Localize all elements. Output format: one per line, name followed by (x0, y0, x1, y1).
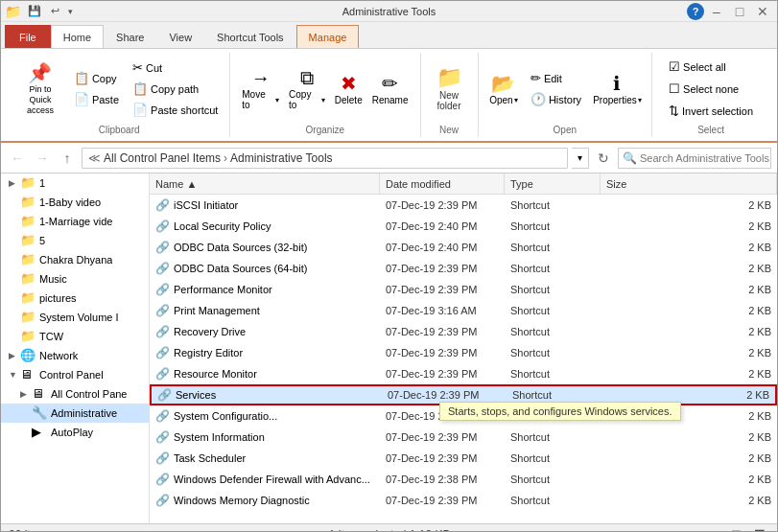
open-button[interactable]: 📂 Open ▾ (484, 68, 523, 109)
rename-button[interactable]: ✏ Rename (368, 68, 413, 109)
file-row-sysinfo[interactable]: 🔗System Information 07-Dec-19 2:39 PM Sh… (150, 427, 777, 448)
edit-button[interactable]: ✏ Edit (525, 68, 587, 88)
sidebar-item-5[interactable]: 📁 5 (1, 231, 149, 250)
folder-icon-marriage: 📁 (20, 214, 35, 229)
sidebar-item-autoplay[interactable]: ▶ AutoPlay (1, 423, 149, 442)
sidebar-item-admintools[interactable]: 🔧 Administrative (1, 404, 149, 423)
maximize-button[interactable]: □ (729, 3, 750, 20)
list-view-button[interactable]: ☰ (750, 526, 769, 533)
address-dropdown[interactable]: ▾ (572, 148, 589, 169)
paste-button[interactable]: 📄 Paste (68, 89, 125, 109)
file-type-odbc32: Shortcut (505, 242, 601, 253)
move-to-button[interactable]: → Move to ▾ (238, 63, 283, 114)
file-row-recovery[interactable]: 🔗Recovery Drive 07-Dec-19 2:39 PM Shortc… (150, 321, 777, 342)
file-row-perfmon[interactable]: 🔗Performance Monitor 07-Dec-19 2:39 PM S… (150, 279, 777, 300)
delete-button[interactable]: ✖ Delete (331, 68, 366, 109)
select-none-button[interactable]: ☐ Select none (663, 79, 759, 99)
address-bar: ← → ↑ ≪ All Control Panel Items › Admini… (1, 143, 777, 173)
file-row-wdfirewall[interactable]: 🔗Windows Defender Firewall with Advanc..… (150, 469, 777, 490)
sidebar-item-controlpanel[interactable]: ▶ 🖥 All Control Pane (1, 384, 149, 404)
file-row-winmemdiag[interactable]: 🔗Windows Memory Diagnostic 07-Dec-19 2:3… (150, 490, 777, 511)
file-type-iscsi: Shortcut (505, 199, 601, 211)
tab-home[interactable]: Home (51, 25, 104, 48)
file-date-sysinfo: 07-Dec-19 2:39 PM (380, 431, 505, 443)
file-size-localsec: 2 KB (601, 220, 777, 232)
select-all-button[interactable]: ☑ Select all (663, 57, 759, 77)
file-row-resmon[interactable]: 🔗Resource Monitor 07-Dec-19 2:39 PM Shor… (150, 363, 777, 384)
sidebar-item-chakra[interactable]: 📁 Chakra Dhyana (1, 250, 149, 269)
invert-selection-button[interactable]: ⇅ Invert selection (663, 101, 759, 121)
path-item-admin-tools[interactable]: Administrative Tools (230, 151, 333, 165)
paste-label: Paste (92, 94, 119, 105)
help-button[interactable]: ? (687, 3, 704, 20)
tab-view[interactable]: View (156, 25, 204, 48)
open-col: ✏ Edit 🕐 History (525, 68, 587, 109)
path-item-control-panel[interactable]: All Control Panel Items (104, 151, 221, 165)
header-date[interactable]: Date modified (380, 173, 505, 194)
copy-button[interactable]: 📋 Copy (68, 68, 125, 88)
tab-file[interactable]: File (5, 25, 51, 48)
sidebar-item-music[interactable]: 📁 Music (1, 269, 149, 289)
close-button[interactable]: ✕ (752, 3, 773, 20)
sidebar-item-pictures[interactable]: 📁 pictures (1, 289, 149, 308)
expand-icon-cp-parent: ▼ (9, 370, 20, 380)
file-row-iscsi[interactable]: 🔗iSCSI Initiator 07-Dec-19 2:39 PM Short… (150, 195, 777, 216)
copy-icon: 📋 (74, 71, 89, 85)
rename-icon: ✏ (382, 72, 398, 95)
path-separator: › (224, 151, 227, 165)
file-date-odbc32: 07-Dec-19 2:40 PM (380, 242, 505, 253)
cut-button[interactable]: ✂ Cut (127, 58, 224, 78)
back-button[interactable]: ← (7, 148, 28, 169)
refresh-button[interactable]: ↻ (593, 148, 614, 169)
sidebar-item-controlpanel-parent[interactable]: ▼ 🖥 Control Panel (1, 365, 149, 384)
organize-buttons: → Move to ▾ ⧉ Copy to ▾ ✖ Delete ✏ Renam… (238, 55, 412, 123)
search-box[interactable]: 🔍 (618, 148, 771, 169)
paste-shortcut-button[interactable]: 📄 Paste shortcut (127, 100, 224, 120)
quick-undo[interactable]: ↩ (48, 4, 62, 18)
file-row-regedit[interactable]: 🔗Registry Editor 07-Dec-19 2:39 PM Short… (150, 342, 777, 363)
file-row-odbc32[interactable]: 🔗ODBC Data Sources (32-bit) 07-Dec-19 2:… (150, 237, 777, 258)
sidebar-item-baby[interactable]: 📁 1-Baby video (1, 193, 149, 212)
clipboard-buttons: 📌 Pin to Quickaccess 📋 Copy 📄 Paste ✂ Cu… (14, 55, 224, 123)
sidebar-item-marriage[interactable]: 📁 1-Marriage vide (1, 212, 149, 231)
copy-to-button[interactable]: ⧉ Copy to ▾ (285, 63, 329, 114)
sidebar-label-sysvolume: System Volume I (39, 312, 119, 323)
quick-save[interactable]: 💾 (25, 4, 44, 18)
file-name-resmon: 🔗Resource Monitor (150, 367, 380, 381)
copy-to-icon: ⧉ (300, 67, 314, 89)
tab-manage[interactable]: Manage (296, 25, 360, 48)
sidebar-item-1[interactable]: ▶ 📁 1 (1, 173, 149, 193)
sidebar-item-tcw[interactable]: 📁 TCW (1, 327, 149, 346)
file-name-perfmon: 🔗Performance Monitor (150, 283, 380, 296)
new-folder-button[interactable]: 📁 Newfolder (431, 63, 468, 115)
header-name[interactable]: Name ▲ (150, 173, 380, 194)
file-icon-recovery: 🔗 (155, 325, 170, 338)
file-row-printmgmt[interactable]: 🔗Print Management 07-Dec-19 3:16 AM Shor… (150, 300, 777, 321)
pin-to-quick-access-button[interactable]: 📌 Pin to Quickaccess (14, 58, 66, 119)
history-button[interactable]: 🕐 History (525, 89, 587, 109)
sidebar-item-network[interactable]: ▶ 🌐 Network (1, 346, 149, 365)
details-view-button[interactable]: ⊞ (727, 526, 746, 533)
header-type[interactable]: Type (505, 173, 601, 194)
address-path[interactable]: ≪ All Control Panel Items › Administrati… (82, 148, 568, 169)
up-button[interactable]: ↑ (57, 148, 78, 169)
tab-share[interactable]: Share (104, 25, 156, 48)
minimize-button[interactable]: – (706, 3, 727, 20)
file-size-sysinfo: 2 KB (601, 431, 777, 443)
properties-button[interactable]: ℹ Properties ▾ (589, 68, 646, 109)
search-input[interactable] (640, 152, 772, 164)
file-name-wdfirewall: 🔗Windows Defender Firewall with Advanc..… (150, 473, 380, 486)
header-size[interactable]: Size (601, 173, 777, 194)
file-row-odbc64[interactable]: 🔗ODBC Data Sources (64-bit) 07-Dec-19 2:… (150, 258, 777, 279)
tab-shortcut-tools[interactable]: Shortcut Tools (204, 25, 296, 48)
file-rows: 🔗iSCSI Initiator 07-Dec-19 2:39 PM Short… (150, 195, 777, 523)
ribbon-group-select: ☑ Select all ☐ Select none ⇅ Invert sele… (652, 53, 769, 137)
file-row-services[interactable]: 🔗Services 07-Dec-19 2:39 PM Shortcut 2 K… (150, 384, 777, 405)
copy-path-button[interactable]: 📋 Copy path (127, 79, 224, 99)
sidebar-item-sysvolume[interactable]: 📁 System Volume I (1, 308, 149, 327)
forward-button[interactable]: → (32, 148, 53, 169)
file-row-tasksch[interactable]: 🔗Task Scheduler 07-Dec-19 2:39 PM Shortc… (150, 448, 777, 469)
quick-dropdown[interactable]: ▾ (66, 6, 75, 17)
properties-label: Properties ▾ (593, 95, 642, 105)
file-row-localsec[interactable]: 🔗Local Security Policy 07-Dec-19 2:40 PM… (150, 216, 777, 237)
